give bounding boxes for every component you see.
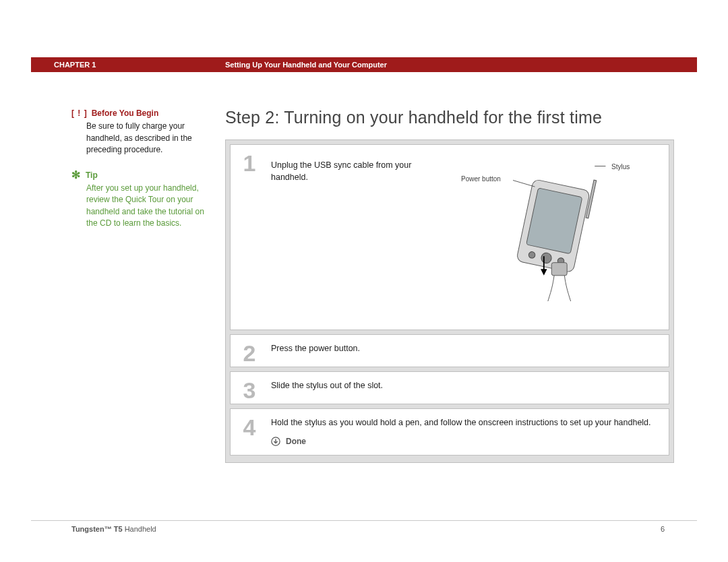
footer-product-rest: Handheld <box>123 525 156 533</box>
before-you-begin-title: Before You Begin <box>92 108 159 119</box>
footer-product-name: Tungsten™ T5 <box>71 525 123 533</box>
page-footer: Tungsten™ T5 Handheld 6 <box>31 520 697 537</box>
chapter-header-bar: CHAPTER 1 Setting Up Your Handheld and Y… <box>31 57 697 72</box>
done-label: Done <box>286 436 306 447</box>
step-number: 3 <box>231 372 268 404</box>
diagram-label-stylus: Stylus <box>611 162 630 172</box>
tip-body: After you set up your handheld, review t… <box>71 183 209 230</box>
step-number: 4 <box>231 409 268 455</box>
page-title: Step 2: Turning on your handheld for the… <box>225 108 674 127</box>
diagram-label-power-button: Power button <box>461 175 501 184</box>
tip-heading: ✻ Tip <box>71 170 209 181</box>
step-text: Press the power button. <box>268 335 669 367</box>
footer-page-number: 6 <box>661 525 665 533</box>
before-you-begin-body: Be sure to fully charge your handheld, a… <box>71 121 209 156</box>
step-row: 2 Press the power button. <box>230 334 669 367</box>
content-area: [ ! ] Before You Begin Be sure to fully … <box>31 108 697 463</box>
section-title: Setting Up Your Handheld and Your Comput… <box>225 61 387 69</box>
handheld-svg <box>426 160 628 301</box>
step-row: 1 Unplug the USB sync cable from your ha… <box>230 144 669 330</box>
step-row: 4 Hold the stylus as you would hold a pe… <box>230 408 669 456</box>
step-row: 3 Slide the stylus out of the slot. <box>230 371 669 404</box>
step-text: Hold the stylus as you would hold a pen,… <box>271 417 659 429</box>
step-number: 2 <box>231 335 268 367</box>
chapter-label: CHAPTER 1 <box>31 61 225 69</box>
handheld-diagram: Power button Stylus <box>426 160 659 315</box>
svg-rect-8 <box>551 263 567 276</box>
step-text: Unplug the USB sync cable from your hand… <box>271 160 413 315</box>
svg-marker-10 <box>541 269 547 276</box>
down-arrow-done-icon <box>271 437 280 446</box>
before-you-begin-heading: [ ! ] Before You Begin <box>71 108 209 119</box>
main-column: Step 2: Turning on your handheld for the… <box>225 108 697 463</box>
step-number: 1 <box>231 145 268 330</box>
sidebar: [ ! ] Before You Begin Be sure to fully … <box>31 108 225 463</box>
done-indicator: Done <box>271 436 659 447</box>
exclamation-icon: [ ! ] <box>71 108 88 119</box>
tip-title: Tip <box>86 170 98 181</box>
svg-line-7 <box>513 181 535 187</box>
steps-container: 1 Unplug the USB sync cable from your ha… <box>225 139 674 463</box>
asterisk-icon: ✻ <box>71 170 80 181</box>
step-text: Slide the stylus out of the slot. <box>268 372 669 404</box>
